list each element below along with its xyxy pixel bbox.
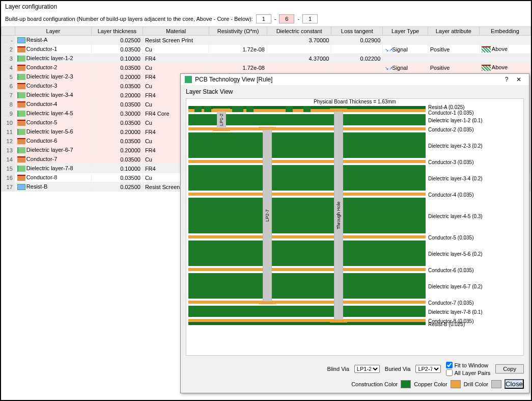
dielectric-layer	[188, 198, 426, 233]
layer-type-icon	[17, 156, 25, 163]
panel-title: Layer configuration	[1, 1, 531, 12]
table-row[interactable]: 2Conductor-10.03500Cu1.72e-08SignalPosit…	[2, 45, 531, 54]
copper-layer	[188, 268, 426, 271]
layer-type-icon	[17, 83, 25, 89]
close-icon[interactable]: ✕	[513, 76, 525, 83]
table-header-row: Layer Layer thickness Material Resistivi…	[2, 27, 531, 36]
through-hole-via: Through Hole	[334, 109, 343, 322]
col-material[interactable]: Material	[143, 27, 209, 36]
stack-layer-label: Resist-A (0.025)	[428, 104, 465, 110]
stack-layer-label: Conductor-5 (0.035)	[428, 235, 474, 240]
layer-type-icon	[17, 101, 25, 108]
layer-type-icon	[17, 166, 25, 172]
dielectric-layer	[188, 273, 426, 299]
table-row[interactable]: -Resist-A0.02500Resist Screen Print3.700…	[2, 36, 531, 45]
layer-type-icon	[17, 184, 25, 190]
stack-layer-label: Conductor-6 (0.035)	[428, 268, 474, 273]
table-row[interactable]: 3Dielectric layer-1-20.10000FR44.370000.…	[2, 54, 531, 63]
signal-icon	[385, 46, 392, 52]
copper-color-label: Copper Color	[414, 381, 447, 387]
stack-layer-label: Dielectric layer-5-6 (0.2)	[428, 251, 483, 257]
copper-layer	[188, 235, 426, 238]
stack-layer-label: Conductor-7 (0.035)	[428, 300, 474, 306]
above-input[interactable]	[256, 14, 271, 23]
copper-layer	[188, 301, 426, 304]
resist-layer	[188, 322, 426, 325]
dielectric-layer	[188, 132, 426, 158]
col-resistivity[interactable]: Resistivity (Ω*m)	[209, 27, 267, 36]
legend-row: Construction Color Copper Color Drill Co…	[181, 378, 529, 393]
stack-layer-label: Dielectric layer-7-8 (0.1)	[428, 309, 483, 315]
dialog-title-text: PCB Technology View [Rule]	[195, 76, 272, 83]
col-thickness[interactable]: Layer thickness	[91, 27, 143, 36]
construction-color-label: Construction Color	[351, 381, 398, 387]
layer-type-icon	[17, 56, 25, 62]
dialog-controls: Blind Via LP1-2 Buried Via LP2-7 Fit to …	[181, 360, 529, 378]
construction-color-swatch[interactable]	[401, 380, 411, 388]
blind-via-select[interactable]: LP1-2	[354, 365, 380, 373]
stack-layer-label: Conductor-1 (0.035)	[428, 110, 474, 116]
dielectric-layer	[188, 306, 426, 317]
physical-thickness-label: Physical Board Thickness = 1.63mm	[186, 99, 523, 104]
dialog-titlebar[interactable]: PCB Technology View [Rule] ? ✕	[181, 74, 529, 85]
stack-layer-label: Conductor-3 (0.035)	[428, 159, 474, 165]
layer-type-icon	[17, 37, 25, 43]
copper-layer	[188, 193, 426, 196]
col-type[interactable]: Layer Type	[383, 27, 428, 36]
close-button[interactable]: Close	[505, 379, 524, 389]
layer-type-icon	[17, 65, 25, 71]
stack-layer-label: Resist-B (0.025)	[428, 322, 465, 327]
layer-type-icon	[17, 129, 25, 135]
table-row[interactable]: 4Conductor-20.03500Cu1.72e-08SignalPosit…	[2, 63, 531, 72]
pcb-technology-dialog: PCB Technology View [Rule] ? ✕ Layer Sta…	[180, 73, 529, 393]
stack-layer-label: Conductor-4 (0.035)	[428, 192, 474, 198]
copper-color-swatch[interactable]	[451, 380, 461, 388]
buildup-config-row: Build-up board configuration (Number of …	[1, 12, 531, 25]
blind-via: LP1-2	[217, 109, 226, 130]
embedding-icon	[482, 65, 491, 71]
col-layer[interactable]: Layer	[15, 27, 91, 36]
layer-type-icon	[17, 111, 25, 117]
layer-type-icon	[17, 120, 25, 126]
layer-type-icon	[17, 147, 25, 153]
below-input[interactable]	[302, 14, 318, 23]
app-icon	[185, 76, 192, 83]
buried-via-select[interactable]: LP2-7	[415, 365, 441, 373]
signal-icon	[385, 65, 392, 71]
stack-layer-label: Dielectric layer-4-5 (0.3)	[428, 213, 483, 219]
layer-type-icon	[17, 138, 25, 144]
help-button[interactable]: ?	[500, 76, 513, 83]
layer-type-icon	[17, 175, 25, 181]
drill-color-swatch[interactable]	[491, 380, 501, 388]
copper-layer	[188, 160, 426, 163]
stack-layer-label: Dielectric layer-6-7 (0.2)	[428, 284, 483, 289]
blind-via-label: Blind Via	[327, 366, 349, 372]
stack-layer-label: Dielectric layer-2-3 (0.2)	[428, 143, 483, 149]
buildup-label: Build-up board configuration (Number of …	[5, 16, 253, 22]
layer-type-icon	[17, 74, 25, 80]
layer-type-icon	[17, 92, 25, 98]
stack-layer-label: Conductor-2 (0.035)	[428, 127, 474, 132]
buried-via-label: Buried Via	[385, 366, 411, 372]
embedding-icon	[482, 46, 491, 52]
dielectric-layer	[188, 240, 426, 266]
col-attribute[interactable]: Layer attribute	[428, 27, 479, 36]
col-loss[interactable]: Loss tangent	[331, 27, 383, 36]
fit-to-window-check[interactable]: Fit to Window	[446, 362, 490, 368]
buried-via: LP2-7	[263, 127, 272, 304]
layer-type-icon	[17, 46, 25, 52]
col-embedding[interactable]: Embedding	[479, 27, 530, 36]
stack-canvas: Physical Board Thickness = 1.63mm Resist…	[186, 98, 524, 356]
all-layer-pairs-check[interactable]: All Layer Pairs	[446, 369, 490, 376]
core-input[interactable]	[279, 14, 294, 23]
stack-layer-label: Dielectric layer-1-2 (0.1)	[428, 118, 483, 123]
stack-view-label: Layer Stack View	[181, 85, 529, 98]
stack-layer-label: Dielectric layer-3-4 (0.2)	[428, 176, 483, 181]
copy-button[interactable]: Copy	[495, 364, 524, 373]
dielectric-layer	[188, 165, 426, 191]
drill-color-label: Drill Color	[464, 381, 488, 387]
col-dielectric[interactable]: Dielectric constant	[267, 27, 331, 36]
